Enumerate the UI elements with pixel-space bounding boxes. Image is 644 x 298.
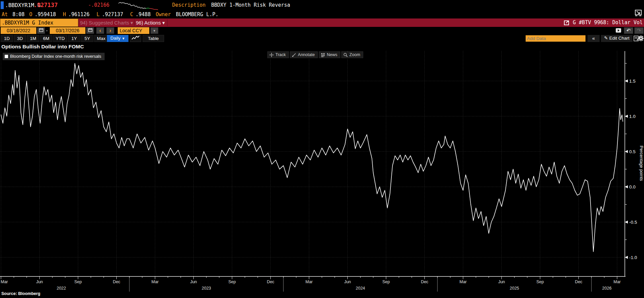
svg-text:Mar: Mar bbox=[613, 280, 621, 284]
range-button-1d[interactable]: 1D bbox=[1, 35, 13, 42]
svg-text:Sep: Sep bbox=[382, 280, 390, 284]
monitor-play-icon bbox=[615, 28, 621, 33]
chart-region: MarJunSepDecMarJunSepDecMarJunSepDecMarJ… bbox=[0, 42, 644, 298]
svg-text:2024: 2024 bbox=[356, 286, 365, 291]
news-button[interactable]: News bbox=[319, 51, 340, 58]
chart-plot[interactable]: MarJunSepDecMarJunSepDecMarJunSepDecMarJ… bbox=[0, 42, 644, 298]
svg-text:Sep: Sep bbox=[74, 280, 82, 284]
end-date-input[interactable] bbox=[50, 27, 85, 34]
range-button-1m[interactable]: 1M bbox=[27, 35, 39, 42]
annotate-button[interactable]: Annotate bbox=[290, 51, 318, 58]
x-axis-labels: MarJunSepDecMarJunSepDecMarJunSepDecMarJ… bbox=[1, 280, 621, 284]
calendar-icon bbox=[39, 28, 43, 32]
source-note: Source: Bloomberg bbox=[1, 291, 40, 296]
svg-text:Dec: Dec bbox=[575, 280, 582, 284]
range-button-ytd[interactable]: YTD bbox=[53, 35, 67, 42]
description-label: Description bbox=[172, 2, 205, 8]
header-line-2: At 8:08 O .959418 H .961126 L .927137 C … bbox=[0, 10, 644, 18]
range-button-max[interactable]: Max bbox=[94, 35, 108, 42]
chart-settings-button[interactable] bbox=[638, 35, 644, 42]
menu-divider bbox=[134, 19, 135, 26]
table-button[interactable]: Table bbox=[143, 35, 164, 42]
currency-dropdown-button[interactable]: ▾ bbox=[150, 27, 158, 34]
svg-text:Jun: Jun bbox=[190, 280, 197, 284]
close-value: .9488 bbox=[136, 11, 151, 17]
svg-text:Mar: Mar bbox=[151, 280, 159, 284]
gridlines bbox=[0, 51, 625, 276]
y-axis-title: Percentage points bbox=[639, 146, 644, 181]
svg-text:2025: 2025 bbox=[510, 286, 519, 291]
svg-text:Dec: Dec bbox=[113, 280, 120, 284]
actions-menu[interactable]: 96) Actions ▾ bbox=[136, 18, 165, 27]
svg-text:Sep: Sep bbox=[536, 280, 544, 284]
svg-text:Dec: Dec bbox=[421, 280, 428, 284]
pencil-icon: ✎ bbox=[604, 36, 608, 41]
at-label: At bbox=[2, 11, 8, 17]
svg-text:Sep: Sep bbox=[228, 280, 236, 284]
svg-text:2026: 2026 bbox=[602, 286, 612, 291]
svg-text:Jun: Jun bbox=[498, 280, 505, 284]
collapse-panel-button[interactable]: « bbox=[588, 35, 600, 42]
owner-value: BLOOMBERG L.P. bbox=[176, 11, 218, 17]
start-date-input[interactable] bbox=[1, 27, 36, 34]
range-button-1y[interactable]: 1Y bbox=[68, 35, 80, 42]
intraday-sparkline bbox=[118, 1, 159, 10]
svg-text:2022: 2022 bbox=[56, 286, 66, 291]
svg-text:-0.5: -0.5 bbox=[629, 220, 637, 225]
redo-button[interactable]: ↷ bbox=[634, 27, 644, 34]
annotate-pencil-icon bbox=[292, 53, 296, 57]
chevron-down-icon: ▼ bbox=[122, 37, 125, 40]
low-value: .927137 bbox=[102, 11, 123, 17]
chart-title: Options Bullish Dollar into FOMC bbox=[1, 44, 84, 50]
shift-range-back-button[interactable]: ‹ bbox=[96, 27, 104, 34]
svg-text:Mar: Mar bbox=[459, 280, 467, 284]
chart-toolbar: Track Annotate News bbox=[267, 51, 364, 58]
series-swatch bbox=[5, 55, 8, 58]
frequency-dropdown[interactable]: Daily ▼ bbox=[107, 35, 128, 42]
suggested-charts-menu[interactable]: 94) Suggested Charts ▾ bbox=[80, 18, 133, 27]
price-change: -.02166 bbox=[88, 2, 109, 8]
svg-text:Mar: Mar bbox=[305, 280, 313, 284]
magnifier-icon bbox=[343, 53, 348, 57]
description-value: BBDXY 1-Month Risk Reversa bbox=[211, 2, 290, 8]
currency-select[interactable]: Local CCY bbox=[118, 27, 149, 34]
year-labels: 20222023202420252026 bbox=[56, 286, 611, 291]
chart-type-button[interactable] bbox=[130, 35, 141, 42]
high-label: H bbox=[63, 11, 66, 17]
date-range-separator: - bbox=[46, 28, 48, 33]
line-chart-icon bbox=[131, 35, 140, 40]
range-button-5y[interactable]: 5Y bbox=[81, 35, 93, 42]
svg-text:0.0: 0.0 bbox=[629, 184, 636, 189]
owner-label: Owner bbox=[156, 11, 171, 17]
edit-chart-button[interactable]: ✎Edit Chart bbox=[601, 35, 633, 42]
close-label: C bbox=[130, 11, 133, 17]
gear-icon bbox=[638, 35, 644, 42]
low-label: L bbox=[97, 11, 100, 17]
track-button[interactable]: Track bbox=[267, 51, 289, 58]
svg-text:0.5: 0.5 bbox=[629, 149, 636, 154]
cursor-block bbox=[1, 1, 4, 9]
shift-range-forward-button[interactable]: › bbox=[106, 27, 114, 34]
end-date-calendar-button[interactable] bbox=[86, 27, 94, 34]
svg-text:1.5: 1.5 bbox=[629, 79, 636, 84]
at-value: 8:08 bbox=[12, 11, 25, 17]
launchpad-view-button[interactable] bbox=[615, 27, 622, 34]
high-value: .961126 bbox=[68, 11, 89, 17]
zoom-button[interactable]: Zoom bbox=[341, 51, 363, 58]
range-button-3d[interactable]: 3D bbox=[14, 35, 26, 42]
undo-button[interactable]: ↶ bbox=[624, 27, 633, 34]
send-to-monitor-icon[interactable] bbox=[635, 9, 642, 16]
bloomberg-terminal-window: .BBDXYR1M G .927137 -.02166 Description … bbox=[0, 0, 644, 298]
range-button-6m[interactable]: 6M bbox=[40, 35, 52, 42]
svg-text:-1.0: -1.0 bbox=[629, 255, 637, 260]
add-data-input[interactable] bbox=[526, 35, 585, 42]
security-input[interactable] bbox=[0, 18, 78, 27]
svg-text:Dec: Dec bbox=[267, 280, 274, 284]
start-date-calendar-button[interactable] bbox=[37, 27, 45, 34]
legend-item[interactable]: Bloomberg Dollar Index one-month risk re… bbox=[3, 53, 105, 60]
external-link-icon[interactable] bbox=[564, 20, 569, 25]
crosshair-icon bbox=[269, 53, 274, 57]
function-menu-bar: 94) Suggested Charts ▾ 96) Actions ▾ G #… bbox=[0, 18, 644, 27]
date-range-bar: - ‹ › Local CCY ▾ ↶ ↷ bbox=[0, 27, 644, 35]
svg-text:Jun: Jun bbox=[344, 280, 351, 284]
